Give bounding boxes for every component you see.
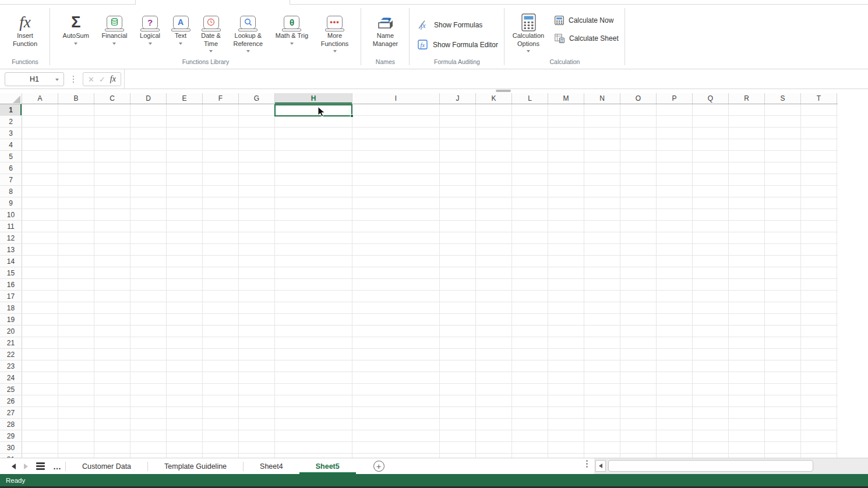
cell-R1[interactable] bbox=[729, 104, 765, 115]
cell-E22[interactable] bbox=[167, 349, 203, 360]
cell-A16[interactable] bbox=[22, 279, 58, 290]
cell-C5[interactable] bbox=[94, 151, 130, 162]
cell-T11[interactable] bbox=[801, 221, 837, 232]
cell-H21[interactable] bbox=[275, 337, 352, 348]
cell-E27[interactable] bbox=[167, 407, 203, 418]
column-header-H[interactable]: H bbox=[275, 93, 352, 104]
row-header-2[interactable]: 2 bbox=[0, 116, 22, 127]
cell-R22[interactable] bbox=[729, 349, 765, 360]
logical-button[interactable]: ? Logical bbox=[140, 12, 160, 45]
row-header-19[interactable]: 19 bbox=[0, 314, 22, 325]
column-header-A[interactable]: A bbox=[22, 93, 58, 104]
cell-T31[interactable] bbox=[801, 454, 837, 458]
cell-J5[interactable] bbox=[440, 151, 476, 162]
cell-N18[interactable] bbox=[584, 302, 620, 313]
cell-G25[interactable] bbox=[239, 384, 275, 395]
cell-R18[interactable] bbox=[729, 302, 765, 313]
cell-E30[interactable] bbox=[167, 442, 203, 453]
cell-T13[interactable] bbox=[801, 244, 837, 255]
cell-T4[interactable] bbox=[801, 139, 837, 150]
cell-R23[interactable] bbox=[729, 360, 765, 372]
cell-P24[interactable] bbox=[657, 372, 693, 383]
cell-D24[interactable] bbox=[130, 372, 167, 383]
cell-Q31[interactable] bbox=[693, 454, 729, 458]
cell-J1[interactable] bbox=[440, 104, 476, 115]
cell-T27[interactable] bbox=[801, 407, 837, 418]
cell-I3[interactable] bbox=[352, 128, 440, 139]
cell-B17[interactable] bbox=[58, 291, 94, 302]
cell-G18[interactable] bbox=[239, 302, 275, 313]
cell-P29[interactable] bbox=[657, 430, 693, 441]
cell-E15[interactable] bbox=[167, 267, 203, 278]
cell-I5[interactable] bbox=[352, 151, 440, 162]
cell-F29[interactable] bbox=[203, 430, 239, 441]
cell-L2[interactable] bbox=[512, 116, 548, 127]
cell-M23[interactable] bbox=[548, 360, 584, 372]
cell-H23[interactable] bbox=[275, 360, 352, 372]
cell-I17[interactable] bbox=[352, 291, 440, 302]
cell-E11[interactable] bbox=[167, 221, 203, 232]
cell-H20[interactable] bbox=[275, 326, 352, 337]
cell-E26[interactable] bbox=[167, 395, 203, 406]
cell-K13[interactable] bbox=[476, 244, 512, 255]
cell-H19[interactable] bbox=[275, 314, 352, 325]
cell-L31[interactable] bbox=[512, 454, 548, 458]
cell-R6[interactable] bbox=[729, 162, 765, 174]
cell-E14[interactable] bbox=[167, 256, 203, 267]
cell-M20[interactable] bbox=[548, 326, 584, 337]
cell-I23[interactable] bbox=[352, 360, 440, 372]
cell-B9[interactable] bbox=[58, 197, 94, 208]
cell-S10[interactable] bbox=[765, 209, 801, 220]
cell-K25[interactable] bbox=[476, 384, 512, 395]
row-header-14[interactable]: 14 bbox=[0, 256, 22, 267]
cell-O5[interactable] bbox=[620, 151, 657, 162]
cell-M17[interactable] bbox=[548, 291, 584, 302]
cell-K31[interactable] bbox=[476, 454, 512, 458]
cell-K15[interactable] bbox=[476, 267, 512, 278]
cell-I31[interactable] bbox=[352, 454, 440, 458]
cell-P10[interactable] bbox=[657, 209, 693, 220]
cell-D7[interactable] bbox=[130, 174, 167, 185]
row-header-1[interactable]: 1 bbox=[0, 104, 22, 115]
cell-L6[interactable] bbox=[512, 162, 548, 174]
cell-B31[interactable] bbox=[58, 454, 94, 458]
cell-K21[interactable] bbox=[476, 337, 512, 348]
cell-R8[interactable] bbox=[729, 186, 765, 197]
cell-O23[interactable] bbox=[620, 360, 657, 372]
cell-O31[interactable] bbox=[620, 454, 657, 458]
cell-O12[interactable] bbox=[620, 232, 657, 243]
cell-G22[interactable] bbox=[239, 349, 275, 360]
cell-P6[interactable] bbox=[657, 162, 693, 174]
cell-L23[interactable] bbox=[512, 360, 548, 372]
cell-G30[interactable] bbox=[239, 442, 275, 453]
cell-P8[interactable] bbox=[657, 186, 693, 197]
cell-E25[interactable] bbox=[167, 384, 203, 395]
cell-B25[interactable] bbox=[58, 384, 94, 395]
sheet-tab-sheet4[interactable]: Sheet4 bbox=[244, 458, 299, 474]
row-header-15[interactable]: 15 bbox=[0, 267, 22, 278]
cell-D6[interactable] bbox=[130, 162, 167, 174]
cell-I28[interactable] bbox=[352, 419, 440, 430]
cell-I30[interactable] bbox=[352, 442, 440, 453]
cell-N20[interactable] bbox=[584, 326, 620, 337]
cell-Q28[interactable] bbox=[693, 419, 729, 430]
cell-O1[interactable] bbox=[620, 104, 657, 115]
cell-S24[interactable] bbox=[765, 372, 801, 383]
cell-L28[interactable] bbox=[512, 419, 548, 430]
cell-B1[interactable] bbox=[58, 104, 94, 115]
cell-A28[interactable] bbox=[22, 419, 58, 430]
cell-A25[interactable] bbox=[22, 384, 58, 395]
cell-F31[interactable] bbox=[203, 454, 239, 458]
row-header-18[interactable]: 18 bbox=[0, 302, 22, 313]
cell-I12[interactable] bbox=[352, 232, 440, 243]
cell-G13[interactable] bbox=[239, 244, 275, 255]
cell-T29[interactable] bbox=[801, 430, 837, 441]
cell-J24[interactable] bbox=[440, 372, 476, 383]
cell-E19[interactable] bbox=[167, 314, 203, 325]
row-header-13[interactable]: 13 bbox=[0, 244, 22, 255]
cell-A1[interactable] bbox=[22, 104, 58, 115]
cell-K28[interactable] bbox=[476, 419, 512, 430]
cell-T1[interactable] bbox=[801, 104, 837, 115]
cell-E20[interactable] bbox=[167, 326, 203, 337]
cell-N23[interactable] bbox=[584, 360, 620, 372]
